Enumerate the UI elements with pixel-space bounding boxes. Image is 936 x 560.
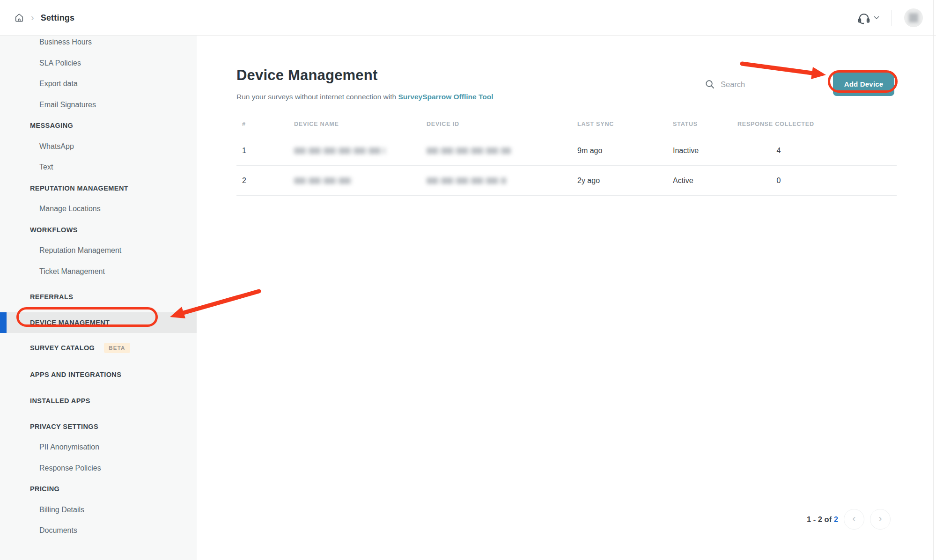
sidebar-item-label: SURVEY CATALOG [30, 344, 95, 352]
cell-status: Inactive [673, 147, 737, 155]
settings-sidebar: Business HoursSLA PoliciesExport dataEma… [0, 36, 197, 560]
cell-num: 1 [236, 147, 294, 155]
responses-value: 4 [737, 147, 820, 155]
sidebar-item-label: PRIVACY SETTINGS [30, 423, 98, 430]
search-icon [705, 79, 715, 89]
sidebar-item-label: Billing Details [39, 506, 84, 514]
cell-device-id [427, 177, 577, 184]
offline-tool-link[interactable]: SurveySparrow Offline Tool [398, 93, 493, 101]
sidebar-item-survey-catalog[interactable]: SURVEY CATALOGBETA [0, 338, 197, 359]
sidebar-item-text[interactable]: Text [0, 157, 197, 178]
column-header-num: # [236, 121, 294, 127]
page-title: Device Management [236, 67, 377, 84]
pagination-next-button[interactable]: › [870, 509, 891, 530]
sidebar-item-sla-policies[interactable]: SLA Policies [0, 53, 197, 74]
sidebar-item-label: MESSAGING [30, 122, 73, 129]
redacted-device-name [294, 147, 385, 154]
sidebar-item-label: Email Signatures [39, 101, 96, 109]
avatar-image [909, 13, 918, 22]
home-icon[interactable] [14, 13, 24, 23]
topbar-divider [892, 10, 892, 26]
column-header-response-collected: RESPONSE COLLECTED [737, 121, 897, 127]
chevron-left-icon: ‹ [852, 513, 855, 525]
top-bar: › Settings [0, 0, 936, 36]
pagination: 1 - 2 of 2 ‹ › [807, 508, 891, 530]
sidebar-item-installed-apps[interactable]: INSTALLED APPS [0, 391, 197, 412]
sidebar-item-export-data[interactable]: Export data [0, 74, 197, 95]
sidebar-item-manage-locations[interactable]: Manage Locations [0, 199, 197, 220]
support-menu[interactable] [857, 11, 879, 25]
sidebar-item-referrals[interactable]: REFERRALS [0, 287, 197, 308]
sidebar-item-apps-and-integrations[interactable]: APPS AND INTEGRATIONS [0, 364, 197, 385]
sidebar-item-business-hours[interactable]: Business Hours [0, 36, 197, 53]
headset-icon [857, 11, 871, 25]
sidebar-item-label: Manage Locations [39, 205, 101, 213]
responses-value: 0 [737, 177, 820, 185]
pagination-range: 1 - 2 of 2 [807, 515, 838, 524]
sidebar-item-label: APPS AND INTEGRATIONS [30, 371, 121, 378]
sidebar-item-device-management[interactable]: DEVICE MANAGEMENT [0, 312, 197, 333]
chevron-right-icon: › [878, 513, 882, 525]
sidebar-item-label: WORKFLOWS [30, 226, 78, 234]
pagination-range-text: 1 - 2 of [807, 515, 832, 523]
sidebar-item-messaging: MESSAGING [0, 115, 197, 136]
table-row[interactable]: 22y agoActive0 [236, 166, 897, 196]
cell-status: Active [673, 177, 737, 185]
sidebar-item-privacy-settings: PRIVACY SETTINGS [0, 416, 197, 437]
sidebar-item-reputation-management[interactable]: Reputation Management [0, 240, 197, 261]
column-header-last-sync: LAST SYNC [577, 121, 673, 127]
device-search [705, 76, 810, 92]
pagination-prev-button[interactable]: ‹ [844, 509, 864, 530]
window-edge [933, 0, 934, 560]
subtitle-text: Run your surveys without internet connec… [236, 93, 398, 101]
sidebar-item-label: SLA Policies [39, 59, 81, 67]
cell-device-id [427, 147, 577, 154]
cell-responses: 4 [737, 147, 897, 155]
sidebar-item-label: Export data [39, 80, 78, 88]
sidebar-item-label: Response Policies [39, 464, 101, 472]
sidebar-item-billing-details[interactable]: Billing Details [0, 500, 197, 521]
sidebar-item-label: DEVICE MANAGEMENT [30, 319, 110, 326]
sidebar-item-label: Text [39, 163, 53, 171]
cell-last-sync: 9m ago [577, 147, 673, 155]
cell-device-name [294, 147, 427, 154]
add-device-button[interactable]: Add Device [833, 72, 894, 96]
redacted-device-id [427, 147, 511, 154]
sidebar-item-reputation-management: REPUTATION MANAGEMENT [0, 178, 197, 199]
column-header-device-name: DEVICE NAME [294, 121, 427, 127]
cell-num: 2 [236, 177, 294, 185]
table-header-row: #DEVICE NAMEDEVICE IDLAST SYNCSTATUSRESP… [236, 116, 897, 132]
table-row[interactable]: 19m agoInactive4 [236, 136, 897, 166]
beta-badge: BETA [104, 343, 130, 353]
cell-last-sync: 2y ago [577, 177, 673, 185]
breadcrumb-chevron-icon: › [31, 13, 34, 23]
page-subtitle: Run your surveys without internet connec… [236, 93, 493, 101]
search-input[interactable] [721, 80, 810, 89]
sidebar-item-label: WhatsApp [39, 142, 74, 151]
breadcrumb-current: Settings [41, 13, 75, 23]
sidebar-item-label: REPUTATION MANAGEMENT [30, 184, 128, 192]
sidebar-item-workflows: WORKFLOWS [0, 220, 197, 241]
column-header-status: STATUS [673, 121, 737, 127]
sidebar-item-label: REFERRALS [30, 293, 73, 301]
redacted-device-id [427, 177, 506, 184]
device-table: #DEVICE NAMEDEVICE IDLAST SYNCSTATUSRESP… [236, 116, 897, 196]
sidebar-item-response-policies[interactable]: Response Policies [0, 458, 197, 479]
redacted-device-name [294, 177, 353, 184]
cell-device-name [294, 177, 427, 184]
sidebar-item-documents[interactable]: Documents [0, 520, 197, 541]
sidebar-item-ticket-management[interactable]: Ticket Management [0, 261, 197, 282]
sidebar-item-whatsapp[interactable]: WhatsApp [0, 136, 197, 157]
cell-responses: 0 [737, 177, 897, 185]
sidebar-item-label: Business Hours [39, 38, 92, 46]
column-header-device-id: DEVICE ID [427, 121, 577, 127]
sidebar-item-label: Documents [39, 526, 77, 535]
avatar[interactable] [904, 8, 923, 27]
sidebar-item-label: PII Anonymisation [39, 443, 99, 451]
sidebar-item-email-signatures[interactable]: Email Signatures [0, 95, 197, 116]
sidebar-item-label: PRICING [30, 485, 59, 493]
sidebar-item-pii-anonymisation[interactable]: PII Anonymisation [0, 437, 197, 458]
sidebar-item-label: Reputation Management [39, 246, 121, 255]
sidebar-item-label: INSTALLED APPS [30, 397, 90, 405]
sidebar-item-pricing: PRICING [0, 479, 197, 500]
